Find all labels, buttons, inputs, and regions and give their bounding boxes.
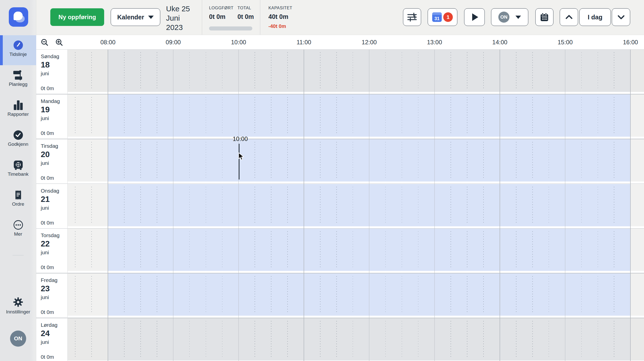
divider bbox=[260, 0, 260, 35]
quarter-gridline bbox=[124, 142, 125, 178]
quarter-gridline bbox=[516, 321, 516, 357]
day-track-segment bbox=[108, 184, 630, 226]
quarter-gridline bbox=[598, 187, 598, 223]
day-track-segment bbox=[108, 273, 630, 316]
quarter-gridline bbox=[189, 97, 190, 134]
day-logged-total: 0t 0m bbox=[41, 85, 54, 91]
quarter-gridline bbox=[157, 321, 157, 357]
quarter-gridline bbox=[532, 231, 533, 268]
start-timer-button[interactable] bbox=[464, 8, 485, 26]
day-name: Onsdag bbox=[41, 188, 67, 194]
day-date: 19 bbox=[41, 105, 67, 114]
quarter-gridline bbox=[532, 97, 533, 134]
day-name: Lørdag bbox=[41, 322, 67, 328]
day-row-mandag[interactable]: Mandag19juni0t 0m bbox=[0, 94, 644, 139]
row-gap bbox=[67, 182, 644, 184]
quarter-gridline bbox=[157, 52, 157, 89]
sidebar-item-tidslinje[interactable]: Tidslinje bbox=[0, 35, 36, 65]
quarter-gridline bbox=[336, 321, 337, 357]
time-axis-header bbox=[36, 35, 644, 50]
quarter-gridline bbox=[157, 187, 157, 223]
quarter-gridline bbox=[75, 187, 75, 223]
quarter-gridline bbox=[255, 231, 255, 268]
quarter-gridline bbox=[189, 321, 190, 357]
quarter-gridline bbox=[271, 321, 271, 357]
quarter-gridline bbox=[451, 52, 451, 89]
vault-icon bbox=[13, 160, 23, 170]
new-entry-button[interactable]: Ny oppføring bbox=[50, 8, 104, 26]
quarter-gridline bbox=[516, 231, 516, 268]
view-selector-dropdown[interactable]: Kalender bbox=[111, 8, 160, 26]
app-logo[interactable] bbox=[9, 7, 28, 27]
quarter-gridline bbox=[91, 52, 92, 89]
quarter-gridline bbox=[385, 187, 386, 223]
quarter-gridline bbox=[222, 97, 223, 134]
day-track-segment bbox=[108, 229, 630, 271]
quarter-gridline bbox=[287, 187, 288, 223]
zoom-in-icon[interactable] bbox=[55, 39, 63, 47]
user-filter-dropdown[interactable]: ON bbox=[491, 8, 528, 26]
quarter-gridline bbox=[353, 321, 353, 357]
quarter-gridline bbox=[287, 276, 288, 313]
quarter-gridline bbox=[124, 231, 125, 268]
quarter-gridline bbox=[614, 321, 614, 357]
calendar-sync-button[interactable]: 31 1 bbox=[428, 8, 457, 26]
sidebar-item-innstillinger[interactable]: Innstillinger bbox=[0, 297, 36, 315]
quarter-gridline bbox=[614, 97, 614, 134]
user-avatar[interactable]: ON bbox=[10, 331, 26, 347]
zoom-out-icon[interactable] bbox=[41, 39, 49, 47]
sidebar-item-ordre[interactable]: Ordre bbox=[0, 185, 36, 215]
logged-stat: LOGGFØRT 0t 0m bbox=[209, 6, 233, 20]
quarter-gridline bbox=[255, 276, 255, 313]
quarter-gridline bbox=[206, 52, 206, 89]
previous-week-button[interactable] bbox=[560, 8, 578, 26]
hour-label: 11:00 bbox=[297, 35, 311, 50]
quarter-gridline bbox=[418, 321, 419, 357]
day-row-fredag[interactable]: Fredag23juni0t 0m bbox=[0, 273, 644, 318]
quarter-gridline bbox=[549, 142, 549, 178]
day-name: Søndag bbox=[41, 53, 67, 59]
sidebar-item-mer[interactable]: Mer bbox=[0, 215, 36, 245]
quarter-gridline bbox=[206, 276, 206, 313]
logged-label: LOGGFØRT bbox=[209, 6, 233, 10]
sidebar-item-planlegg[interactable]: Planlegg bbox=[0, 65, 36, 95]
quarter-gridline bbox=[353, 231, 353, 268]
sidebar-nav: Tidslinje Planlegg bbox=[0, 0, 36, 361]
day-row-onsdag[interactable]: Onsdag21juni0t 0m bbox=[0, 184, 644, 229]
sidebar-item-rapporter[interactable]: Rapporter bbox=[0, 95, 36, 125]
day-row-lørdag[interactable]: Lørdag24juni0t 0m bbox=[0, 318, 644, 361]
quarter-gridline bbox=[91, 276, 92, 313]
row-gap bbox=[67, 271, 644, 273]
day-row-søndag[interactable]: Søndag18juni0t 0m bbox=[0, 50, 644, 94]
quarter-gridline bbox=[353, 52, 353, 89]
day-row-tirsdag[interactable]: Tirsdag20juni0t 0m bbox=[0, 139, 644, 184]
day-name: Fredag bbox=[41, 277, 67, 283]
today-button[interactable]: I dag bbox=[579, 8, 611, 26]
quarter-gridline bbox=[614, 231, 614, 268]
quarter-gridline bbox=[140, 276, 141, 313]
sidebar-items: Tidslinje Planlegg bbox=[0, 35, 36, 245]
sidebar-item-timebank[interactable]: Timebank bbox=[0, 155, 36, 185]
quarter-gridline bbox=[75, 276, 75, 313]
logged-progress-bar bbox=[209, 26, 252, 30]
quarter-gridline bbox=[157, 231, 157, 268]
calendar-icon bbox=[540, 13, 549, 22]
quarter-gridline bbox=[206, 321, 206, 357]
day-row-torsdag[interactable]: Torsdag22juni0t 0m bbox=[0, 229, 644, 273]
quarter-gridline bbox=[336, 276, 337, 313]
timely-week-view: Ny oppføring Kalender Uke 25 Juni 2023 L… bbox=[0, 0, 644, 361]
sidebar-item-godkjenn[interactable]: Godkjenn bbox=[0, 125, 36, 155]
quarter-gridline bbox=[516, 142, 516, 178]
quarter-gridline bbox=[75, 321, 75, 357]
quarter-gridline bbox=[255, 142, 255, 178]
next-week-button[interactable] bbox=[612, 8, 630, 26]
quarter-gridline bbox=[222, 187, 223, 223]
plan-icon bbox=[13, 70, 23, 80]
date-picker-button[interactable] bbox=[535, 8, 553, 26]
quarter-gridline bbox=[140, 231, 141, 268]
hour-label: 16:00 bbox=[623, 35, 638, 50]
quarter-gridline bbox=[516, 276, 516, 313]
day-logged-total: 0t 0m bbox=[41, 309, 54, 315]
quarter-gridline bbox=[385, 97, 386, 134]
filter-settings-button[interactable] bbox=[403, 8, 421, 26]
